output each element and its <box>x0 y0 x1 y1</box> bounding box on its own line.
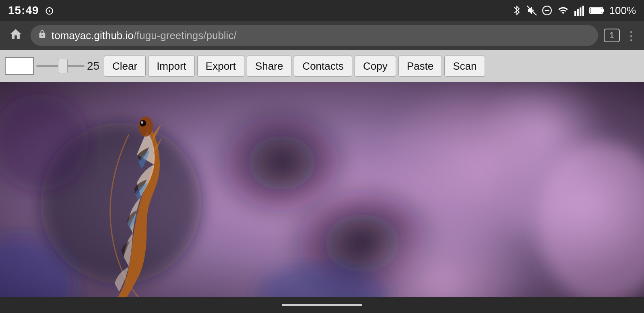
status-left: 15:49 ⊙ <box>8 4 54 17</box>
url-path: /fugu-greetings/public/ <box>134 29 237 41</box>
more-menu-button[interactable]: ⋮ <box>625 29 638 42</box>
dnd-icon <box>542 5 552 16</box>
profile-icon: ⊙ <box>45 4 54 17</box>
status-time: 15:49 <box>8 4 39 17</box>
address-bar[interactable]: tomayac.github.io/fugu-greetings/public/ <box>31 25 598 46</box>
tab-count-button[interactable]: 1 <box>604 29 620 42</box>
svg-rect-9 <box>590 8 602 13</box>
status-right: 100% <box>512 4 636 17</box>
address-bar-row: tomayac.github.io/fugu-greetings/public/… <box>0 21 644 50</box>
url-text: tomayac.github.io/fugu-greetings/public/ <box>52 29 237 42</box>
lock-icon <box>38 29 47 41</box>
clear-button[interactable]: Clear <box>104 56 146 77</box>
url-domain: tomayac.github.io <box>52 29 134 41</box>
home-button[interactable] <box>6 25 25 46</box>
fish-scene <box>0 82 644 313</box>
toolbar: 25 Clear Import Export Share Contacts Co… <box>0 50 644 82</box>
svg-point-14 <box>209 102 354 223</box>
svg-point-24 <box>141 121 143 124</box>
signal-icon <box>574 5 584 16</box>
slider-thumb[interactable] <box>58 59 68 73</box>
paste-button[interactable]: Paste <box>398 56 442 77</box>
battery-percent: 100% <box>609 4 636 17</box>
canvas-area[interactable] <box>0 82 644 313</box>
svg-rect-8 <box>603 9 604 12</box>
size-slider[interactable] <box>36 65 85 67</box>
mute-icon <box>526 5 537 16</box>
nav-bar <box>0 297 644 313</box>
svg-rect-5 <box>580 7 581 16</box>
svg-rect-4 <box>577 9 578 16</box>
scan-button[interactable]: Scan <box>444 56 485 77</box>
wifi-icon <box>557 5 569 16</box>
battery-icon <box>589 6 605 15</box>
bluetooth-icon <box>512 5 522 16</box>
svg-rect-6 <box>582 6 584 16</box>
home-indicator <box>282 304 362 306</box>
svg-point-22 <box>138 116 153 137</box>
export-button[interactable]: Export <box>197 56 244 77</box>
share-button[interactable]: Share <box>247 56 291 77</box>
copy-button[interactable]: Copy <box>355 56 396 77</box>
slider-value: 25 <box>87 60 101 73</box>
slider-container <box>36 65 85 67</box>
tab-count: 1 <box>609 30 614 41</box>
color-swatch[interactable] <box>5 57 34 75</box>
contacts-button[interactable]: Contacts <box>294 56 352 77</box>
status-bar: 15:49 ⊙ <box>0 0 644 21</box>
import-button[interactable]: Import <box>148 56 195 77</box>
svg-rect-3 <box>574 11 576 16</box>
